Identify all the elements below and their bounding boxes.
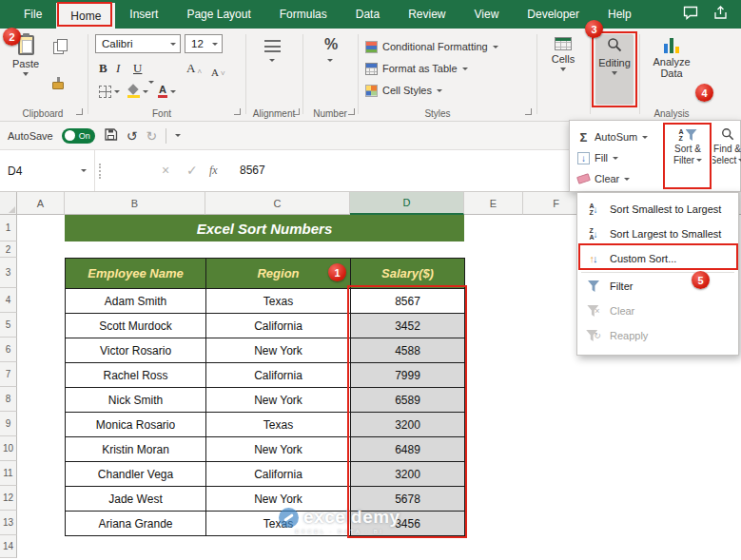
cell[interactable]: 3452 (351, 314, 465, 338)
fill-color-button[interactable] (127, 84, 148, 99)
ribbon-tab-file[interactable]: File (10, 0, 56, 29)
menu-item-filter[interactable]: Filter (577, 274, 738, 299)
analyze-data-button[interactable]: Analyze Data (645, 34, 698, 101)
cell[interactable]: Chandler Vega (66, 462, 206, 487)
row-header-13[interactable]: 13 (0, 511, 17, 535)
row-header-5[interactable]: 5 (0, 313, 17, 338)
column-header-B[interactable]: B (65, 192, 205, 215)
percent-style-button[interactable]: % (324, 36, 338, 53)
cell[interactable]: 6489 (351, 437, 465, 462)
cell[interactable]: California (206, 314, 351, 338)
column-header-C[interactable]: C (205, 192, 350, 215)
autosave-toggle[interactable]: On (62, 128, 95, 144)
cell[interactable]: California (206, 462, 351, 487)
cell[interactable]: Texas (206, 289, 351, 314)
shrink-font-button[interactable]: A˅ (211, 61, 224, 78)
row-header-12[interactable]: 12 (0, 486, 17, 511)
cell[interactable]: Kristin Moran (66, 437, 206, 462)
column-header-D[interactable]: D (350, 192, 464, 215)
menu-item-custom-sort[interactable]: ↑↓Custom Sort... (577, 246, 738, 271)
row-header-10[interactable]: 10 (0, 436, 17, 461)
font-name-combo[interactable]: Calibri (95, 34, 181, 53)
ribbon-tab-review[interactable]: Review (394, 0, 459, 29)
row-header-14[interactable]: 14 (0, 535, 17, 558)
row-header-6[interactable]: 6 (0, 338, 17, 362)
cell[interactable]: 6589 (351, 388, 465, 413)
cells-button[interactable]: Cells (542, 34, 584, 105)
alignment-dialog-launcher[interactable] (293, 108, 300, 115)
ribbon-tab-view[interactable]: View (460, 0, 514, 29)
cell[interactable]: New York (206, 487, 351, 512)
italic-button[interactable]: I (116, 59, 120, 76)
cell[interactable]: 8567 (351, 289, 465, 314)
select-all-corner[interactable] (0, 192, 17, 215)
column-header-E[interactable]: E (464, 192, 523, 215)
cell[interactable]: Texas (206, 512, 351, 536)
ribbon-tab-home[interactable]: Home (56, 3, 115, 29)
row-header-3[interactable]: 3 (0, 258, 17, 288)
share-icon[interactable] (713, 6, 728, 23)
cell[interactable]: Monica Rosario (66, 413, 206, 437)
underline-button[interactable]: U (133, 59, 142, 76)
font-color-button[interactable]: A (158, 84, 176, 99)
number-dialog-launcher[interactable] (348, 108, 355, 115)
table-header-cell[interactable]: Employee Name (66, 259, 206, 289)
ribbon-tab-data[interactable]: Data (341, 0, 394, 29)
underline-caret-icon[interactable] (148, 81, 154, 84)
grow-font-button[interactable]: A˄ (186, 59, 202, 76)
cell[interactable]: 5678 (351, 487, 465, 512)
column-header-A[interactable]: A (17, 192, 65, 215)
ribbon-tab-page-layout[interactable]: Page Layout (172, 0, 264, 29)
row-header-4[interactable]: 4 (0, 288, 17, 313)
row-header-2[interactable]: 2 (0, 241, 17, 258)
menu-item-sort-smallest-to-largest[interactable]: AZ↓Sort Smallest to Largest (577, 197, 738, 222)
row-header-9[interactable]: 9 (0, 412, 17, 436)
conditional-formatting-button[interactable]: Conditional Formatting (365, 37, 498, 56)
row-header-7[interactable]: 7 (0, 362, 17, 387)
cell[interactable]: New York (206, 338, 351, 363)
cancel-button[interactable]: × (162, 150, 169, 191)
cell[interactable]: Texas (206, 413, 351, 437)
name-box[interactable]: D4 (0, 150, 95, 191)
menu-item-sort-largest-to-smallest[interactable]: ZA↓Sort Largest to Smallest (577, 222, 738, 246)
cell[interactable]: 4588 (351, 338, 465, 363)
editing-button[interactable]: Editing (595, 34, 634, 105)
ribbon-tab-formulas[interactable]: Formulas (265, 0, 341, 29)
cell[interactable]: New York (206, 437, 351, 462)
formula-bar-handle[interactable] (99, 164, 101, 179)
fill-button[interactable]: ↓ Fill (577, 149, 618, 166)
cell[interactable]: 3200 (351, 462, 465, 487)
undo-button[interactable]: ↺ (127, 129, 138, 143)
cell[interactable]: Nick Smith (66, 388, 206, 413)
clear-button[interactable]: Clear (577, 170, 630, 187)
number-caret-icon[interactable] (327, 59, 333, 62)
enter-button[interactable]: ✓ (186, 150, 198, 191)
borders-button[interactable] (99, 84, 120, 99)
cell[interactable]: Adam Smith (66, 289, 206, 314)
clipboard-dialog-launcher[interactable] (76, 108, 83, 115)
cell[interactable]: Scott Murdock (66, 314, 206, 338)
cell[interactable]: Jade West (66, 487, 206, 512)
styles-dialog-launcher[interactable] (525, 108, 532, 115)
alignment-caret-icon[interactable] (269, 59, 275, 62)
row-header-1[interactable]: 1 (0, 215, 17, 241)
sort-filter-button[interactable]: AZ Sort & Filter (665, 123, 711, 190)
format-as-table-button[interactable]: Format as Table (365, 59, 468, 78)
cell[interactable]: New York (206, 388, 351, 413)
cell[interactable]: Ariana Grande (66, 512, 206, 536)
table-header-cell[interactable]: Salary($) (351, 259, 465, 289)
qat-customize-icon[interactable] (175, 134, 181, 137)
font-size-combo[interactable]: 12 (185, 34, 223, 53)
find-select-button[interactable]: Find & Select (712, 123, 741, 190)
autosum-button[interactable]: Σ AutoSum (577, 128, 648, 145)
row-header-8[interactable]: 8 (0, 387, 17, 412)
cell[interactable]: 7999 (351, 363, 465, 388)
cell[interactable]: Rachel Ross (66, 363, 206, 388)
row-header-11[interactable]: 11 (0, 461, 17, 486)
save-button[interactable] (104, 127, 118, 144)
bold-button[interactable]: B (99, 59, 107, 76)
format-painter-icon[interactable] (52, 82, 64, 89)
copy-icon[interactable] (53, 42, 64, 54)
redo-button[interactable]: ↻ (146, 129, 157, 143)
insert-function-button[interactable]: fx (209, 150, 218, 191)
